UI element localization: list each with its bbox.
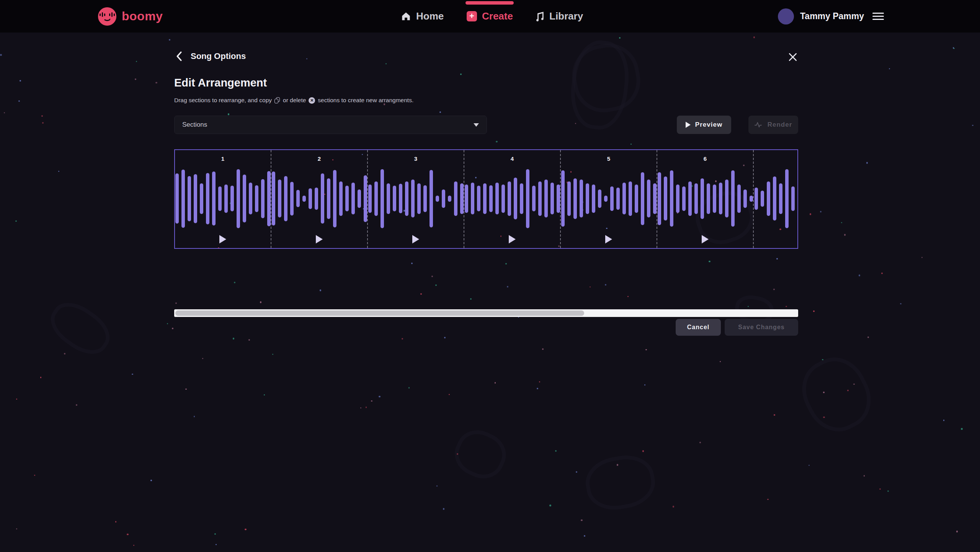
logo-smile-icon (103, 17, 111, 21)
brand-name: boomy (122, 9, 163, 23)
save-button[interactable]: Save Changes (725, 319, 798, 336)
waveform-bar (557, 185, 560, 213)
waveform-bar (436, 196, 439, 202)
close-icon[interactable] (788, 52, 798, 62)
waveform-bar (327, 178, 330, 219)
waveform-bar (278, 180, 281, 217)
section-play-button[interactable] (219, 235, 226, 243)
waveform-bar (465, 185, 468, 213)
user-area: Tammy Pammy (778, 0, 884, 33)
waveform-bar (755, 188, 758, 210)
section-number: 3 (414, 155, 417, 162)
tab-create[interactable]: + Create (467, 0, 513, 33)
back-button[interactable]: Song Options (175, 51, 246, 61)
instruction-part2: or delete (283, 97, 306, 104)
waveform-bar (321, 173, 324, 224)
cancel-button[interactable]: Cancel (676, 319, 721, 336)
waveform-section-1[interactable]: 1 (175, 150, 271, 248)
section-play-button[interactable] (412, 235, 419, 243)
waveform-bar (483, 183, 487, 214)
waveform-bar (773, 176, 776, 220)
tab-home[interactable]: Home (401, 0, 444, 33)
arrangement-timeline[interactable]: 1234567 (174, 149, 798, 249)
waveform-bar (676, 185, 679, 213)
song-options-panel: Song Options Edit Arrangement Drag secti… (0, 0, 980, 552)
waveform-bar (387, 183, 390, 214)
waveform-bar (604, 196, 608, 202)
waveform-bar (489, 185, 493, 212)
waveform-bar (272, 171, 275, 225)
render-button[interactable]: Render (748, 116, 798, 134)
section-play-button[interactable] (509, 235, 516, 243)
waveform-bar (284, 176, 287, 221)
waveform-bar (743, 189, 747, 208)
waveform-section-2[interactable]: 2 (271, 150, 368, 248)
waveform-bar (514, 178, 517, 219)
scrollbar-thumb[interactable] (175, 310, 584, 316)
section-play-button[interactable] (605, 235, 612, 243)
logo-waveform-eyes-icon (100, 12, 115, 17)
waveform-bar (610, 186, 614, 211)
waveform-bar (797, 178, 799, 219)
waveform-section-6[interactable]: 6 (657, 150, 754, 248)
sections-dropdown[interactable]: Sections (174, 116, 487, 134)
waveform-section-4[interactable]: 4 (464, 150, 561, 248)
render-pulse-icon (755, 121, 763, 128)
section-play-button[interactable] (702, 235, 709, 243)
top-nav: boomy Home + Create Library Tammy Pammy (0, 0, 980, 33)
waveform-bar (351, 183, 355, 214)
section-play-button[interactable] (316, 235, 323, 243)
waveform-bar (501, 185, 505, 213)
waveform-section-5[interactable]: 5 (561, 150, 657, 248)
waveform-bar (194, 174, 197, 223)
waveform-bar (592, 185, 595, 213)
panel-breadcrumb-label: Song Options (191, 51, 246, 61)
waveform-bar (393, 186, 396, 211)
section-number: 4 (511, 155, 514, 162)
waveform-bar (713, 185, 716, 213)
waveform-section-7[interactable]: 7 (754, 150, 798, 248)
waveform-bar (364, 175, 367, 222)
waveform-bar (175, 173, 179, 224)
waveform-bar (243, 175, 246, 222)
waveform-bar (653, 183, 657, 214)
section-waveform (464, 162, 560, 235)
plus-square-icon: + (467, 11, 477, 21)
waveform-bar (290, 182, 294, 216)
waveform-bar (224, 185, 228, 213)
waveform-bar (647, 180, 650, 217)
section-waveform (271, 162, 367, 235)
waveform-bar (779, 183, 782, 214)
tab-library-label: Library (549, 10, 583, 22)
waveform-bar (622, 183, 626, 214)
waveform-bar (761, 191, 764, 207)
waveform-bar (701, 178, 704, 219)
tab-library[interactable]: Library (534, 0, 583, 33)
waveform-section-3[interactable]: 3 (368, 150, 464, 248)
waveform-bar (309, 188, 312, 209)
waveform-bar (544, 180, 548, 217)
waveform-bar (538, 181, 542, 216)
waveform-bar (731, 170, 735, 227)
waveform-bar (430, 170, 433, 227)
username[interactable]: Tammy Pammy (800, 11, 864, 21)
avatar[interactable] (778, 8, 794, 24)
waveform-bar (345, 186, 349, 211)
waveform-bar (495, 183, 499, 214)
app-screen: boomy Home + Create Library Tammy Pammy (0, 0, 980, 552)
waveform-bar (206, 173, 209, 224)
timeline-scrollbar[interactable] (174, 309, 798, 317)
waveform-bar (580, 180, 583, 217)
waveform-bar (750, 196, 753, 202)
preview-button[interactable]: Preview (677, 116, 731, 134)
waveform-bar (255, 185, 258, 212)
waveform-bar (296, 190, 300, 207)
waveform-bar (181, 170, 185, 228)
waveform-bar (471, 183, 474, 214)
waveform-bar (230, 186, 234, 211)
instruction-part3: sections to create new arrangments. (318, 97, 413, 104)
boomy-face-icon (98, 7, 116, 26)
brand-logo[interactable]: boomy (98, 0, 163, 33)
menu-icon[interactable] (872, 13, 884, 20)
waveform-bar (411, 180, 415, 217)
